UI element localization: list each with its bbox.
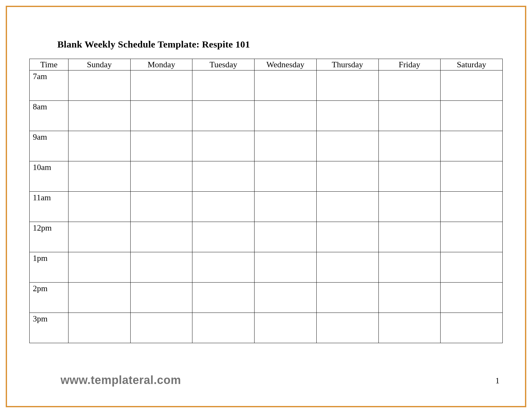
schedule-cell [130,131,192,161]
schedule-cell [192,192,255,222]
schedule-cell [441,222,503,252]
time-cell: 10am [30,161,68,192]
table-row: 7am [30,70,503,101]
table-row: 1pm [30,252,503,283]
schedule-cell [441,161,503,192]
header-thursday: Thursday [316,59,378,70]
header-friday: Friday [378,59,441,70]
schedule-cell [255,161,317,192]
schedule-cell [378,70,441,101]
schedule-cell [255,101,317,131]
schedule-cell [378,192,441,222]
schedule-cell [441,131,503,161]
table-row: 2pm [30,283,503,313]
time-cell: 2pm [30,283,68,313]
document-title: Blank Weekly Schedule Template: Respite … [57,39,503,50]
time-cell: 1pm [30,252,68,283]
schedule-cell [378,131,441,161]
schedule-cell [316,192,378,222]
schedule-cell [192,283,255,313]
table-row: 11am [30,192,503,222]
table-row: 10am [30,161,503,192]
schedule-cell [192,161,255,192]
schedule-cell [192,222,255,252]
header-tuesday: Tuesday [192,59,255,70]
schedule-cell [68,161,131,192]
schedule-cell [255,222,317,252]
schedule-cell [130,161,192,192]
schedule-cell [378,101,441,131]
page-number: 1 [495,376,500,386]
schedule-cell [316,222,378,252]
table-row: 8am [30,101,503,131]
header-time: Time [30,59,68,70]
schedule-cell [130,222,192,252]
schedule-cell [441,192,503,222]
time-cell: 9am [30,131,68,161]
schedule-cell [316,313,378,343]
schedule-table: Time Sunday Monday Tuesday Wednesday Thu… [29,59,503,343]
schedule-cell [192,101,255,131]
schedule-cell [316,101,378,131]
document-content: Blank Weekly Schedule Template: Respite … [7,7,525,406]
schedule-cell [68,192,131,222]
schedule-cell [378,222,441,252]
schedule-cell [441,70,503,101]
schedule-cell [192,252,255,283]
schedule-cell [255,192,317,222]
schedule-cell [255,252,317,283]
schedule-cell [255,283,317,313]
schedule-cell [378,283,441,313]
schedule-cell [192,70,255,101]
schedule-cell [192,131,255,161]
schedule-cell [316,131,378,161]
time-cell: 8am [30,101,68,131]
header-monday: Monday [130,59,192,70]
schedule-cell [68,222,131,252]
schedule-cell [68,252,131,283]
schedule-cell [68,313,131,343]
document-frame: Blank Weekly Schedule Template: Respite … [6,6,526,407]
schedule-cell [130,313,192,343]
schedule-cell [255,313,317,343]
schedule-cell [378,252,441,283]
header-wednesday: Wednesday [255,59,317,70]
header-saturday: Saturday [441,59,503,70]
schedule-cell [130,192,192,222]
schedule-cell [68,283,131,313]
schedule-cell [130,283,192,313]
schedule-cell [441,313,503,343]
schedule-cell [255,70,317,101]
schedule-cell [130,252,192,283]
time-cell: 3pm [30,313,68,343]
table-row: 9am [30,131,503,161]
schedule-cell [192,313,255,343]
table-row: 3pm [30,313,503,343]
schedule-cell [316,161,378,192]
schedule-cell [441,283,503,313]
time-cell: 7am [30,70,68,101]
time-cell: 11am [30,192,68,222]
table-body: 7am 8am [30,70,503,343]
time-cell: 12pm [30,222,68,252]
schedule-cell [68,70,131,101]
schedule-cell [441,252,503,283]
table-row: 12pm [30,222,503,252]
schedule-cell [316,252,378,283]
schedule-cell [68,101,131,131]
header-sunday: Sunday [68,59,131,70]
schedule-cell [130,70,192,101]
schedule-cell [378,313,441,343]
schedule-cell [378,161,441,192]
schedule-cell [316,70,378,101]
schedule-cell [130,101,192,131]
watermark-text: www.templateral.com [61,373,181,387]
schedule-cell [441,101,503,131]
schedule-cell [316,283,378,313]
schedule-cell [68,131,131,161]
schedule-cell [255,131,317,161]
table-header-row: Time Sunday Monday Tuesday Wednesday Thu… [30,59,503,70]
